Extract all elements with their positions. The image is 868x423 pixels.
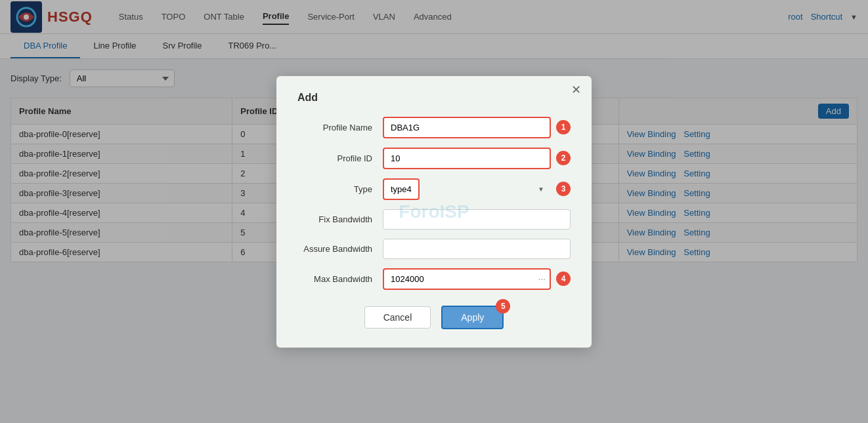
fix-bw-row: Fix Bandwidth bbox=[297, 209, 571, 230]
profile-id-label: Profile ID bbox=[297, 153, 383, 163]
profile-id-row: Profile ID 2 bbox=[297, 148, 571, 169]
step-badge-3: 3 bbox=[556, 182, 571, 196]
profile-name-label: Profile Name bbox=[297, 123, 383, 132]
modal-close-button[interactable]: ✕ bbox=[571, 84, 581, 96]
modal-title: Add bbox=[297, 92, 571, 104]
modal-overlay: ForoISP Add ✕ Profile Name 1 Profile ID … bbox=[0, 0, 868, 273]
assure-bw-input[interactable] bbox=[383, 239, 571, 259]
profile-name-row: Profile Name 1 bbox=[297, 117, 571, 138]
max-bw-input[interactable] bbox=[383, 268, 551, 273]
step-badge-2: 2 bbox=[556, 151, 571, 165]
type-row: Type type1 type2 type3 type4 type5 3 bbox=[297, 178, 571, 200]
fix-bw-label: Fix Bandwidth bbox=[297, 214, 383, 224]
type-select[interactable]: type1 type2 type3 type4 type5 bbox=[383, 178, 420, 200]
max-bw-wrapper: ··· bbox=[383, 268, 551, 273]
max-bw-row: Max Bandwidth ··· 4 bbox=[297, 268, 571, 273]
type-select-wrapper: type1 type2 type3 type4 type5 bbox=[383, 178, 551, 200]
profile-name-input[interactable] bbox=[383, 117, 551, 138]
step-badge-4: 4 bbox=[556, 272, 571, 273]
assure-bw-label: Assure Bandwidth bbox=[297, 244, 383, 254]
step-badge-1: 1 bbox=[556, 120, 571, 134]
assure-bw-row: Assure Bandwidth bbox=[297, 239, 571, 259]
fix-bw-input[interactable] bbox=[383, 209, 571, 230]
profile-id-input[interactable] bbox=[383, 148, 551, 169]
add-modal: ForoISP Add ✕ Profile Name 1 Profile ID … bbox=[276, 76, 592, 273]
type-label: Type bbox=[297, 184, 383, 194]
